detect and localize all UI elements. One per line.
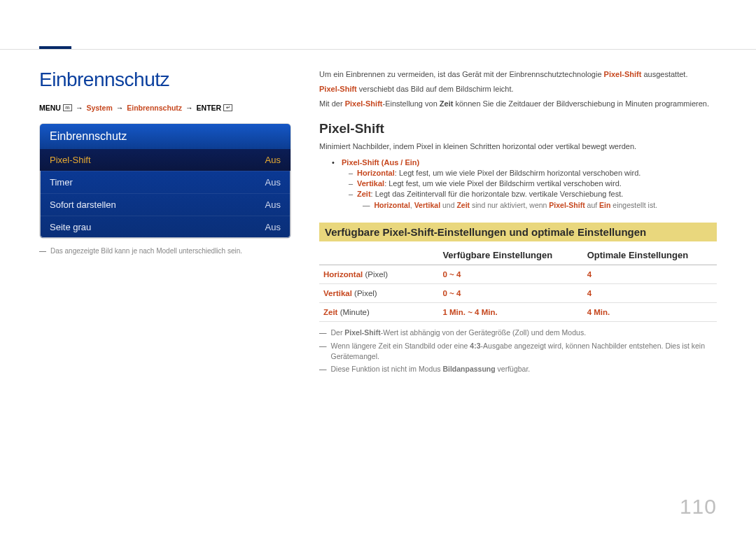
intro-line-2: Pixel-Shift verschiebt das Bild auf dem …: [319, 83, 717, 95]
intro-line-3: Mit der Pixel-Shift-Einstellung von Zeit…: [319, 98, 717, 110]
sub-horizontal: Horizontal: Legt fest, um wie viele Pixe…: [349, 169, 717, 177]
breadcrumb-system: System: [86, 104, 112, 112]
osd-row-value: Aus: [265, 155, 281, 165]
breadcrumb: MENU m → System → Einbrennschutz → ENTER…: [39, 104, 291, 112]
osd-row-label: Seite grau: [50, 222, 91, 232]
arrow-icon: →: [186, 104, 193, 112]
osd-row-value: Aus: [265, 199, 281, 210]
page-number: 110: [680, 495, 717, 519]
intro-line-1: Um ein Einbrennen zu vermeiden, ist das …: [319, 69, 717, 80]
osd-footnote: ― Das angezeigte Bild kann je nach Model…: [39, 247, 291, 255]
arrow-icon: →: [76, 104, 83, 112]
table-notes: ―Der Pixel-Shift-Wert ist abhängig von d…: [319, 328, 717, 374]
osd-row-sofort[interactable]: Sofort darstellen Aus: [40, 193, 290, 216]
header-rule: [0, 49, 756, 50]
pixel-shift-desc: Minimiert Nachbilder, indem Pixel in kle…: [319, 141, 717, 153]
osd-row-label: Sofort darstellen: [50, 199, 116, 210]
pixel-shift-heading: Pixel-Shift: [319, 121, 717, 136]
breadcrumb-enter: ENTER: [197, 104, 222, 112]
osd-panel: Einbrennschutz Pixel-Shift Aus Timer Aus…: [39, 123, 291, 239]
sub-zeit: Zeit: Legt das Zeitintervall für die hor…: [349, 190, 717, 198]
osd-row-value: Aus: [265, 177, 281, 188]
osd-row-value: Aus: [265, 222, 281, 232]
osd-row-pixel-shift[interactable]: Pixel-Shift Aus: [40, 149, 290, 171]
breadcrumb-menu: MENU: [39, 104, 61, 112]
bullet-pixel-shift: Pixel-Shift (Aus / Ein) Horizontal: Legt…: [332, 158, 717, 209]
header-tab: [39, 46, 71, 49]
col-available: Verfügbare Einstellungen: [438, 246, 582, 265]
osd-row-label: Timer: [50, 177, 73, 188]
osd-row-timer[interactable]: Timer Aus: [40, 171, 290, 193]
osd-title: Einbrennschutz: [40, 124, 290, 149]
menu-icon: m: [63, 104, 72, 111]
settings-table: Verfügbare Einstellungen Optimale Einste…: [319, 246, 717, 322]
breadcrumb-einbrennschutz: Einbrennschutz: [127, 104, 182, 112]
col-optimal: Optimale Einstellungen: [583, 246, 717, 265]
table-row: Zeit (Minute) 1 Min. ~ 4 Min. 4 Min.: [319, 303, 717, 322]
pixel-shift-note: ― Horizontal, Vertikal und Zeit sind nur…: [363, 201, 717, 209]
section-heading: Einbrennschutz: [39, 69, 291, 91]
table-heading-highlight: Verfügbare Pixel-Shift-Einstellungen und…: [319, 223, 717, 241]
arrow-icon: →: [116, 104, 124, 112]
sub-vertical: Vertikal: Legt fest, um wie viele Pixel …: [349, 179, 717, 188]
col-blank: [319, 246, 438, 265]
table-row: Vertikal (Pixel) 0 ~ 4 4: [319, 284, 717, 303]
osd-row-seite-grau[interactable]: Seite grau Aus: [40, 216, 290, 238]
table-row: Horizontal (Pixel) 0 ~ 4 4: [319, 265, 717, 284]
enter-icon: ↵: [223, 104, 232, 111]
osd-row-label: Pixel-Shift: [50, 155, 91, 165]
